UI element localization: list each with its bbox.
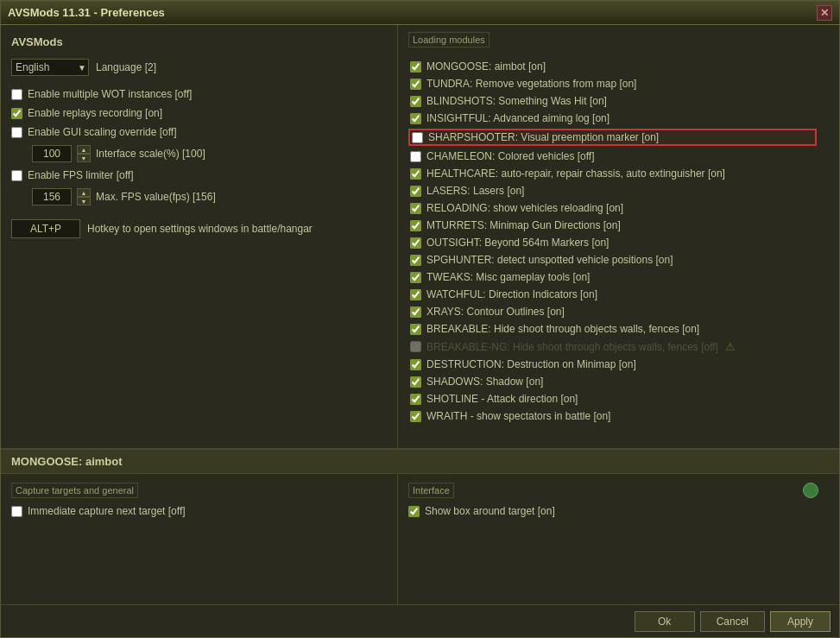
interface-scale-label: Interface scale(%) [100] bbox=[96, 148, 205, 160]
fps-value-input[interactable]: 156 bbox=[32, 188, 72, 205]
module-item-tweaks: TWEAKS: Misc gameplay tools [on] bbox=[408, 270, 817, 284]
module-item-shadows: SHADOWS: Shadow [on] bbox=[408, 375, 817, 388]
interface-scale-down-btn[interactable]: ▼ bbox=[77, 154, 91, 162]
module-checkbox-insightful[interactable] bbox=[410, 113, 421, 124]
module-label-lasers: LASERS: Lasers [on] bbox=[426, 185, 524, 197]
language-row: English Russian German French ▼ Language… bbox=[11, 59, 387, 76]
ok-button[interactable]: Ok bbox=[635, 611, 695, 632]
apply-button[interactable]: Apply bbox=[770, 611, 831, 632]
module-checkbox-outsight[interactable] bbox=[410, 237, 421, 249]
module-checkbox-mongoose[interactable] bbox=[410, 61, 421, 73]
module-label-reloading: RELOADING: show vehicles reloading [on] bbox=[426, 202, 623, 214]
module-label-outsight: OUTSIGHT: Beyond 564m Markers [on] bbox=[426, 237, 609, 249]
fps-limiter-label: Enable FPS limiter [off] bbox=[28, 169, 134, 181]
module-item-wraith: WRAITH - show spectators in battle [on] bbox=[408, 409, 817, 423]
multi-wot-row: Enable multiple WOT instances [off] bbox=[11, 88, 387, 100]
module-checkbox-xrays[interactable] bbox=[410, 306, 421, 318]
immediate-capture-label: Immediate capture next target [off] bbox=[28, 505, 186, 517]
module-checkbox-destruction[interactable] bbox=[410, 359, 421, 370]
module-item-insightful: INSIGHTFUL: Advanced aiming log [on] bbox=[408, 111, 817, 125]
multi-wot-label: Enable multiple WOT instances [off] bbox=[28, 88, 192, 100]
module-item-chameleon: CHAMELEON: Colored vehicles [off] bbox=[408, 149, 817, 163]
module-label-wraith: WRAITH - show spectators in battle [on] bbox=[426, 410, 610, 422]
module-checkbox-chameleon[interactable] bbox=[410, 151, 421, 162]
interface-section-label: Interface bbox=[408, 483, 454, 498]
module-label-spghunter: SPGHUNTER: detect unspotted vehicle posi… bbox=[426, 254, 673, 266]
module-checkbox-watchful[interactable] bbox=[410, 289, 421, 300]
module-item-breakable-ng: BREAKABLE-NG: Hide shoot through objects… bbox=[408, 339, 817, 354]
module-checkbox-wraith[interactable] bbox=[410, 411, 421, 422]
fps-limiter-checkbox[interactable] bbox=[11, 170, 22, 181]
warning-icon: ⚠ bbox=[725, 340, 736, 353]
bottom-left-panel: Capture targets and general Immediate ca… bbox=[1, 474, 398, 604]
bottom-section: MONGOOSE: aimbot Capture targets and gen… bbox=[1, 449, 839, 604]
module-item-xrays: XRAYS: Contour Outlines [on] bbox=[408, 305, 817, 319]
interface-scale-row: 100 ▲ ▼ Interface scale(%) [100] bbox=[32, 145, 387, 162]
module-label-blindshots: BLINDSHOTS: Something Was Hit [on] bbox=[426, 95, 607, 107]
gui-scale-row: Enable GUI scaling override [off] bbox=[11, 126, 387, 138]
module-item-mongoose: MONGOOSE: aimbot [on] bbox=[408, 60, 817, 73]
selected-module-title: MONGOOSE: aimbot bbox=[1, 450, 839, 474]
module-label-breakable-ng: BREAKABLE-NG: Hide shoot through objects… bbox=[426, 341, 718, 353]
module-item-reloading: RELOADING: show vehicles reloading [on] bbox=[408, 201, 817, 215]
module-checkbox-breakable-ng[interactable] bbox=[410, 341, 421, 352]
module-label-watchful: WATCHFUL: Direction Indicators [on] bbox=[426, 288, 597, 300]
cancel-button[interactable]: Cancel bbox=[700, 611, 765, 632]
fps-up-btn[interactable]: ▲ bbox=[77, 188, 91, 197]
show-box-checkbox[interactable] bbox=[408, 506, 420, 517]
bottom-right-panel: Interface Show box around target [on] bbox=[398, 474, 839, 604]
show-box-label: Show box around target [on] bbox=[425, 505, 555, 517]
module-label-destruction: DESTRUCTION: Destruction on Minimap [on] bbox=[426, 358, 636, 370]
interface-scale-input[interactable]: 100 bbox=[32, 145, 72, 162]
module-item-healthcare: HEALTHCARE: auto-repair, repair chassis,… bbox=[408, 167, 817, 180]
module-label-mturrets: MTURRETS: Minimap Gun Directions [on] bbox=[426, 219, 621, 231]
fps-value-label: Max. FPS value(fps) [156] bbox=[96, 191, 216, 203]
interface-scale-spinner[interactable]: ▲ ▼ bbox=[77, 145, 91, 162]
module-checkbox-shadows[interactable] bbox=[410, 376, 421, 388]
immediate-capture-checkbox[interactable] bbox=[11, 506, 22, 517]
fps-value-spinner[interactable]: ▲ ▼ bbox=[77, 188, 91, 205]
interface-scale-up-btn[interactable]: ▲ bbox=[77, 145, 91, 154]
module-item-breakable: BREAKABLE: Hide shoot through objects wa… bbox=[408, 322, 817, 336]
gui-scale-label: Enable GUI scaling override [off] bbox=[28, 126, 177, 138]
main-window: AVSMods 11.31 - Preferences ✕ AVSMods En… bbox=[0, 0, 840, 638]
module-checkbox-spghunter[interactable] bbox=[410, 255, 421, 266]
module-label-sharpshooter: SHARPSHOOTER: Visual preemption marker [… bbox=[428, 131, 659, 143]
right-panel: Loading modules MONGOOSE: aimbot [on] TU… bbox=[398, 25, 839, 448]
module-checkbox-lasers[interactable] bbox=[410, 186, 421, 197]
replays-checkbox[interactable] bbox=[11, 108, 22, 119]
left-panel: AVSMods English Russian German French ▼ … bbox=[1, 25, 398, 448]
module-checkbox-tweaks[interactable] bbox=[410, 272, 421, 283]
module-item-tundra: TUNDRA: Remove vegetations from map [on] bbox=[408, 77, 817, 91]
gui-scale-checkbox[interactable] bbox=[11, 127, 22, 138]
module-checkbox-reloading[interactable] bbox=[410, 203, 421, 214]
module-checkbox-breakable[interactable] bbox=[410, 324, 421, 335]
language-label: Language [2] bbox=[96, 61, 156, 73]
hotkey-button[interactable]: ALT+P bbox=[11, 219, 80, 238]
action-bar: Ok Cancel Apply bbox=[1, 604, 839, 637]
module-checkbox-tundra[interactable] bbox=[410, 79, 421, 90]
immediate-capture-row: Immediate capture next target [off] bbox=[11, 505, 387, 517]
close-button[interactable]: ✕ bbox=[817, 5, 832, 21]
module-checkbox-sharpshooter[interactable] bbox=[412, 132, 423, 143]
module-label-tweaks: TWEAKS: Misc gameplay tools [on] bbox=[426, 271, 590, 283]
module-item-shotline: SHOTLINE - Attack direction [on] bbox=[408, 392, 817, 406]
module-checkbox-mturrets[interactable] bbox=[410, 220, 421, 231]
module-checkbox-healthcare[interactable] bbox=[410, 168, 421, 180]
hotkey-row: ALT+P Hotkey to open settings windows in… bbox=[11, 219, 387, 238]
module-checkbox-blindshots[interactable] bbox=[410, 96, 421, 107]
language-select[interactable]: English Russian German French bbox=[11, 59, 89, 76]
bottom-panels: Capture targets and general Immediate ca… bbox=[1, 474, 839, 604]
window-title: AVSMods 11.31 - Preferences bbox=[8, 6, 165, 19]
multi-wot-checkbox[interactable] bbox=[11, 89, 22, 100]
replays-label: Enable replays recording [on] bbox=[28, 107, 162, 119]
language-select-wrapper[interactable]: English Russian German French ▼ bbox=[11, 59, 89, 76]
show-box-row: Show box around target [on] bbox=[408, 505, 829, 517]
fps-down-btn[interactable]: ▼ bbox=[77, 197, 91, 205]
module-label-xrays: XRAYS: Contour Outlines [on] bbox=[426, 306, 565, 318]
module-label-healthcare: HEALTHCARE: auto-repair, repair chassis,… bbox=[426, 167, 725, 180]
module-checkbox-shotline[interactable] bbox=[410, 394, 421, 405]
title-bar: AVSMods 11.31 - Preferences ✕ bbox=[1, 1, 839, 25]
module-label-shotline: SHOTLINE - Attack direction [on] bbox=[426, 393, 578, 405]
replays-row: Enable replays recording [on] bbox=[11, 107, 387, 119]
